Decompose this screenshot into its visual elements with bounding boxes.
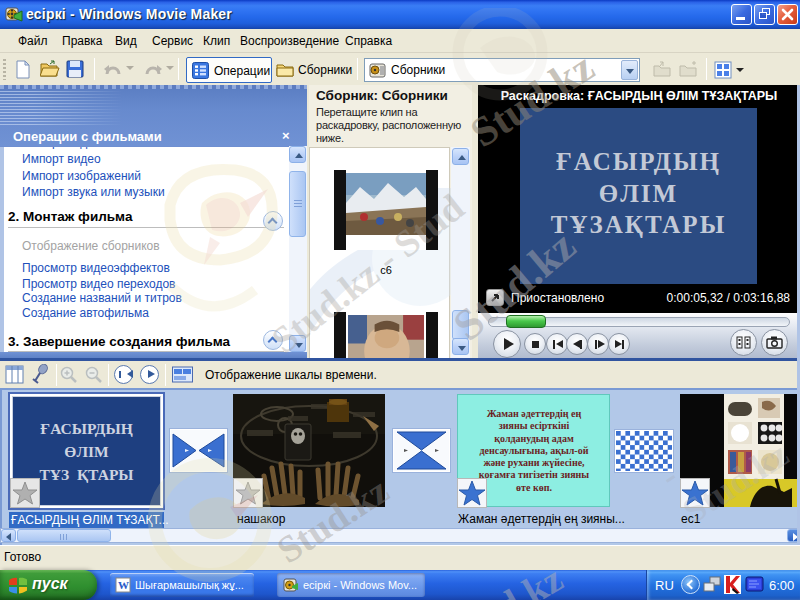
svg-text:W: W [118, 579, 129, 591]
